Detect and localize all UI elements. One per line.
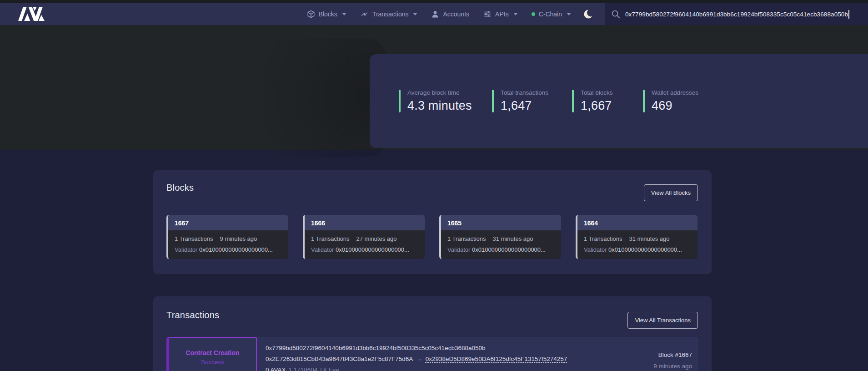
blocks-section: Blocks View All Blocks 1667 1 Transactio… [153,170,712,274]
stat-value: 4.3 minutes [407,99,472,113]
validator-address: 0x0100000000000000000... [472,246,546,253]
block-card-header: 1667 [168,215,288,230]
validator-address: 0x0100000000000000000... [336,246,409,253]
validator-label: Validator [311,246,334,253]
stat-accent-bar [572,90,574,112]
arrow-right-icon: → [416,356,422,362]
stat-accent-bar [643,90,645,112]
stats-panel: Average block time 4.3 minutes Total tra… [370,54,868,148]
dark-mode-toggle[interactable] [583,8,595,20]
block-tx-count: 1 Transactions [311,235,350,242]
stat-label: Total blocks [581,89,613,96]
nav-item-apis[interactable]: APIs [483,10,518,18]
block-card[interactable]: 1664 1 Transactions 31 minutes ago Valid… [576,215,697,259]
block-card-body: 1 Transactions 9 minutes ago Validator 0… [168,230,288,259]
stat-value: 1,667 [581,99,613,113]
arrows-icon [360,10,369,18]
text-caret [848,10,849,19]
stat-value: 469 [652,99,698,113]
validator-label: Validator [175,246,197,253]
block-card[interactable]: 1667 1 Transactions 9 minutes ago Valida… [166,215,288,259]
chevron-down-icon [513,13,518,15]
block-card-header: 1666 [305,215,425,230]
cube-icon [307,10,315,18]
chevron-down-icon [413,13,417,15]
transaction-meta: Block #1667 9 minutes ago [598,337,698,371]
stat-label: Wallet addresses [652,89,698,96]
block-card[interactable]: 1665 1 Transactions 31 minutes ago Valid… [439,215,561,259]
block-time-ago: 27 minutes ago [356,235,397,242]
transaction-details: 0x7799bd580272f9604140b6991d3bb6c19924bf… [257,337,598,371]
transactions-section-header: Transactions View All Transactions [153,296,712,329]
validator-label: Validator [584,246,607,253]
nav-item-transactions[interactable]: Transactions [360,10,418,18]
transactions-section: Transactions View All Transactions Contr… [153,296,712,371]
stat-accent-bar [399,90,401,112]
validator-label: Validator [447,246,470,253]
transaction-fee: 1.1718604 TX Fee [289,366,340,371]
nav-item-label: APIs [495,10,509,18]
avalanche-logo[interactable] [18,6,45,22]
transaction-from-address[interactable]: 0x2E7263d815CbB43a9647843C8a1e2F5c87F75d… [266,356,413,362]
block-cards-row: 1667 1 Transactions 9 minutes ago Valida… [153,215,712,259]
block-time-ago: 9 minutes ago [220,235,257,242]
transaction-type: Contract Creation [186,349,239,356]
stat-total-transactions: Total transactions 1,647 [492,89,572,113]
stat-wallet-addresses: Wallet addresses 469 [643,89,698,113]
navbar: Blocks Transactions Accounts APIs [0,3,868,25]
avalanche-logo-icon [18,6,45,22]
nav-item-label: Accounts [443,10,469,18]
search-input[interactable]: 0x7799bd580272f9604140b6991d3bb6c19924bf… [605,3,868,25]
nav-item-label: Blocks [319,10,337,18]
transaction-type-box: Contract Creation Success [166,337,257,371]
validator-address: 0x0100000000000000000... [199,246,273,253]
view-all-blocks-button[interactable]: View All Blocks [644,184,698,201]
block-tx-count: 1 Transactions [447,235,486,242]
sliders-icon [483,10,492,18]
stat-value: 1,647 [501,99,548,113]
view-all-transactions-button[interactable]: View All Transactions [627,312,698,329]
block-time-ago: 31 minutes ago [493,235,533,242]
transactions-section-title: Transactions [166,310,219,320]
chain-status-dot-icon [532,12,535,16]
block-number: 1665 [447,219,462,227]
chevron-down-icon [567,13,571,15]
transaction-to-address-link[interactable]: 0x2938eD5D869e50DA6f125dfc45F13157f52742… [426,356,567,362]
stat-average-block-time: Average block time 4.3 minutes [399,89,492,113]
transaction-block-link[interactable]: Block #1667 [598,351,692,358]
person-icon [431,10,439,18]
nav-item-label: C-Chain [539,10,562,18]
transaction-hash-link[interactable]: 0x7799bd580272f9604140b6991d3bb6c19924bf… [266,345,598,351]
block-time-ago: 31 minutes ago [629,235,670,242]
top-window-strip [0,0,868,3]
block-tx-count: 1 Transactions [584,235,622,242]
block-card-header: 1664 [577,215,697,230]
chevron-down-icon [342,13,346,15]
blocks-section-title: Blocks [166,183,194,193]
transaction-time-ago: 9 minutes ago [598,363,692,370]
block-number: 1664 [584,219,598,227]
nav-item-label: Transactions [372,10,409,18]
block-tx-count: 1 Transactions [175,235,213,242]
nav-item-accounts[interactable]: Accounts [431,10,469,18]
block-card-body: 1 Transactions 31 minutes ago Validator … [577,230,697,259]
nav-item-chain-selector[interactable]: C-Chain [532,10,571,18]
search-icon [611,9,621,19]
validator-address: 0x0100000000000000000... [608,246,682,253]
block-card-header: 1665 [441,215,561,230]
transaction-status-badge: Success [201,359,224,366]
stat-total-blocks: Total blocks 1,667 [572,89,643,113]
nav-item-blocks[interactable]: Blocks [307,10,346,18]
stat-label: Total transactions [501,89,548,96]
block-number: 1666 [311,219,325,227]
search-value: 0x7799bd580272f9604140b6991d3bb6c19924bf… [625,11,848,18]
transaction-row[interactable]: Contract Creation Success 0x7799bd580272… [166,337,698,371]
block-card[interactable]: 1666 1 Transactions 27 minutes ago Valid… [303,215,425,259]
nav-menu: Blocks Transactions Accounts APIs [307,10,571,18]
moon-icon [583,8,595,20]
blocks-section-header: Blocks View All Blocks [153,170,712,201]
hero-banner: Average block time 4.3 minutes Total tra… [0,25,868,150]
transaction-amount: 0 AVAX [266,366,286,371]
block-number: 1667 [175,219,189,227]
block-card-body: 1 Transactions 31 minutes ago Validator … [441,230,561,259]
